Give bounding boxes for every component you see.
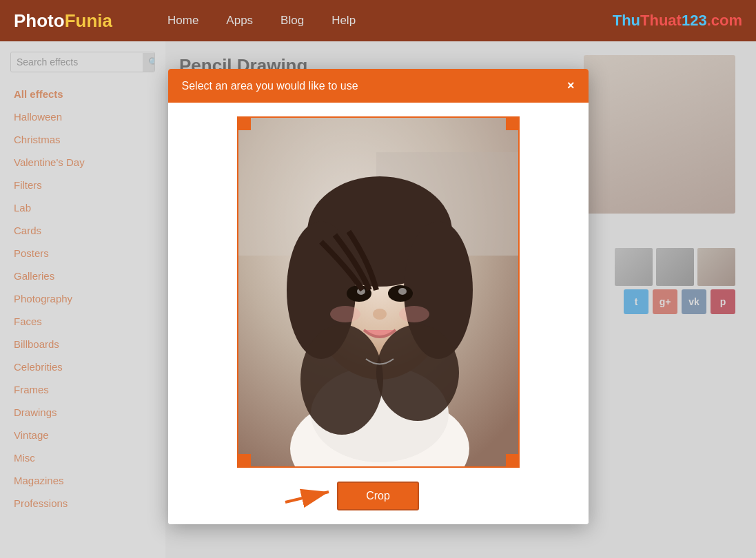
arrow-indicator xyxy=(282,475,337,512)
main-layout: 🔍 All effects Halloween Christmas Valent… xyxy=(0,41,756,558)
logo-funia: Funia xyxy=(65,10,112,32)
svg-point-15 xyxy=(398,288,407,295)
main-nav: Home Apps Blog Help xyxy=(167,14,356,28)
header: PhotoFunia Home Apps Blog Help ThuThuat1… xyxy=(0,0,756,41)
crop-button-container: Crop xyxy=(337,482,419,510)
brand-watermark: ThuThuat123.com xyxy=(613,12,742,30)
crop-handle-top-left[interactable] xyxy=(238,118,251,130)
crop-handle-top-right[interactable] xyxy=(506,118,518,130)
nav-apps[interactable]: Apps xyxy=(226,14,253,28)
svg-point-11 xyxy=(376,324,459,421)
modal-body: Crop xyxy=(168,103,589,524)
modal-close-button[interactable]: × xyxy=(567,79,575,93)
svg-point-17 xyxy=(330,306,360,322)
modal-header: Select an area you would like to use × xyxy=(168,69,589,103)
modal-overlay: Select an area you would like to use × xyxy=(0,41,756,558)
logo[interactable]: PhotoFunia xyxy=(14,10,112,32)
brand-com: .com xyxy=(707,12,742,29)
brand-thuat: Thuat xyxy=(640,12,682,29)
crop-image xyxy=(238,118,520,468)
crop-modal: Select an area you would like to use × xyxy=(168,69,589,524)
svg-line-20 xyxy=(285,492,329,502)
crop-button[interactable]: Crop xyxy=(337,482,419,510)
crop-handle-bottom-left[interactable] xyxy=(238,454,251,466)
crop-handle-bottom-right[interactable] xyxy=(506,454,518,466)
svg-point-16 xyxy=(373,309,387,320)
content-area: Pencil Drawing t g+ vk p Select an area … xyxy=(165,41,756,558)
crop-area[interactable] xyxy=(237,116,520,468)
svg-point-18 xyxy=(399,306,429,322)
nav-blog[interactable]: Blog xyxy=(280,14,304,28)
logo-photo: Photo xyxy=(14,10,65,32)
nav-home[interactable]: Home xyxy=(167,14,198,28)
nav-help[interactable]: Help xyxy=(331,14,356,28)
brand-thu: Thu xyxy=(613,12,640,29)
svg-point-10 xyxy=(300,324,383,435)
modal-title: Select an area you would like to use xyxy=(182,80,358,92)
brand-num: 123 xyxy=(682,12,707,29)
